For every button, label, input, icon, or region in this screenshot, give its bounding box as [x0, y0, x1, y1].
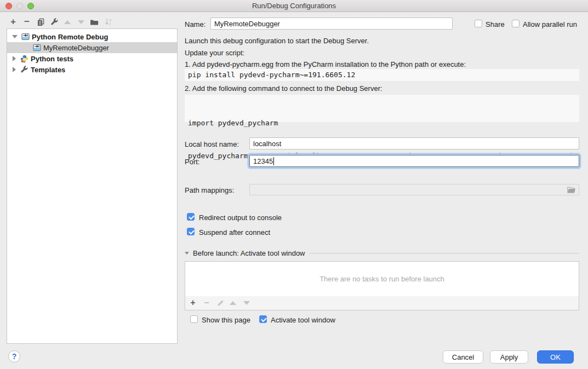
add-task-button[interactable]: +	[188, 298, 198, 308]
section-divider	[310, 253, 579, 253]
move-task-down-button[interactable]	[242, 298, 252, 308]
new-folder-icon	[90, 18, 99, 26]
tree-item-label: Python Remote Debug	[32, 33, 108, 41]
configurations-tree: Python Remote Debug MyRemoteDebugger Pyt…	[7, 28, 178, 344]
local-host-name-input[interactable]	[249, 137, 579, 149]
edit-task-button[interactable]	[215, 298, 225, 308]
minimize-window-button[interactable]	[16, 3, 23, 9]
share-label: Share	[486, 20, 505, 28]
tree-item-label: Templates	[31, 66, 65, 74]
empty-tasks-message: There are no tasks to run before launch	[319, 275, 444, 283]
activate-tool-window-checkbox[interactable]	[259, 315, 267, 323]
help-button[interactable]: ?	[8, 350, 20, 362]
window-title: Run/Debug Configurations	[0, 0, 588, 11]
copy-configuration-button[interactable]	[36, 17, 45, 27]
show-this-page-checkbox[interactable]	[190, 315, 198, 323]
suspend-after-connect-label: Suspend after connect	[199, 228, 270, 237]
cancel-button[interactable]: Cancel	[443, 350, 483, 364]
remove-icon: −	[204, 298, 209, 307]
redirect-output-checkbox[interactable]	[187, 213, 195, 221]
browse-folder-icon[interactable]	[567, 186, 576, 194]
before-launch-title: Before launch: Activate tool window	[193, 249, 305, 257]
name-label: Name:	[185, 20, 205, 28]
titlebar: Run/Debug Configurations	[0, 0, 588, 12]
text-caret	[273, 157, 274, 165]
add-configuration-button[interactable]: +	[8, 17, 18, 27]
name-input[interactable]	[210, 18, 453, 30]
copy-icon	[37, 18, 45, 26]
move-up-icon	[64, 20, 71, 24]
help-icon: ?	[12, 352, 17, 361]
show-this-page-label: Show this page	[202, 316, 250, 324]
tree-item-templates[interactable]: Templates	[7, 64, 177, 75]
remove-task-button[interactable]: −	[202, 298, 212, 308]
chevron-right-icon[interactable]	[13, 56, 16, 61]
wrench-icon	[20, 65, 28, 74]
path-mappings-input[interactable]	[249, 184, 579, 195]
edit-pencil-icon	[217, 299, 224, 307]
remote-debug-icon	[21, 32, 30, 41]
allow-parallel-run-checkbox[interactable]	[512, 20, 520, 27]
suspend-after-connect-checkbox[interactable]	[187, 228, 195, 235]
before-launch-section-header[interactable]: Before launch: Activate tool window	[185, 249, 579, 257]
remove-configuration-button[interactable]: −	[22, 17, 32, 27]
share-checkbox[interactable]	[475, 20, 482, 27]
tree-item-label: MyRemoteDebugger	[43, 44, 109, 52]
move-up-icon	[230, 301, 236, 305]
chevron-right-icon[interactable]	[13, 67, 16, 72]
move-down-icon	[78, 20, 84, 24]
instruction-line-2: Update your script:	[185, 49, 244, 57]
allow-parallel-run-label: Allow parallel run	[523, 20, 577, 28]
ok-button[interactable]: OK	[537, 350, 574, 364]
settrace-code-block: import pydevd_pycharm pydevd_pycharm.set…	[185, 95, 579, 122]
wrench-icon	[50, 18, 59, 26]
sort-alphabetically-icon: a z	[104, 18, 113, 26]
tree-item-label: Python tests	[31, 55, 73, 63]
chevron-down-icon[interactable]	[185, 252, 189, 255]
chevron-down-icon[interactable]	[12, 35, 18, 38]
apply-button[interactable]: Apply	[490, 350, 528, 364]
edit-defaults-button[interactable]	[49, 17, 59, 27]
port-input[interactable]: 12345	[249, 155, 579, 167]
before-launch-toolbar: + −	[185, 296, 579, 310]
zoom-window-button[interactable]	[27, 3, 34, 9]
activate-tool-window-label: Activate tool window	[271, 316, 335, 324]
sort-configurations-button[interactable]: a z	[104, 17, 113, 27]
add-icon: +	[10, 18, 16, 26]
create-folder-button[interactable]	[89, 17, 99, 27]
instruction-step-2: 2. Add the following command to connect …	[185, 84, 383, 93]
tree-item-python-remote-debug[interactable]: Python Remote Debug	[7, 31, 177, 42]
svg-text:z: z	[109, 22, 111, 26]
remove-icon: −	[24, 18, 30, 26]
instruction-step-1: 1. Add pydevd-pycharm.egg from the PyCha…	[185, 60, 466, 68]
close-window-button[interactable]	[5, 3, 12, 9]
move-task-up-button[interactable]	[228, 298, 238, 308]
pip-install-code: pip install pydevd-pycharm~=191.6605.12	[185, 69, 579, 81]
before-launch-tasks-list[interactable]: There are no tasks to run before launch	[185, 261, 579, 297]
svg-text:a: a	[109, 18, 111, 22]
move-down-icon	[243, 301, 250, 305]
add-icon: +	[190, 298, 195, 307]
port-label: Port:	[185, 158, 199, 166]
settrace-code-line-1: import pydevd_pycharm	[188, 118, 576, 129]
move-down-button[interactable]	[76, 17, 86, 27]
path-mappings-label: Path mappings:	[185, 186, 234, 194]
python-icon	[20, 54, 28, 63]
tree-item-myremotedebugger[interactable]: MyRemoteDebugger	[7, 42, 177, 53]
tree-item-python-tests[interactable]: Python tests	[7, 53, 177, 64]
redirect-output-label: Redirect output to console	[199, 214, 282, 222]
remote-debug-icon	[32, 43, 41, 52]
port-value: 12345	[253, 157, 273, 165]
instruction-line-1: Launch this debug configuration to start…	[185, 37, 369, 45]
move-up-button[interactable]	[62, 17, 72, 27]
local-host-name-label: Local host name:	[185, 140, 239, 148]
